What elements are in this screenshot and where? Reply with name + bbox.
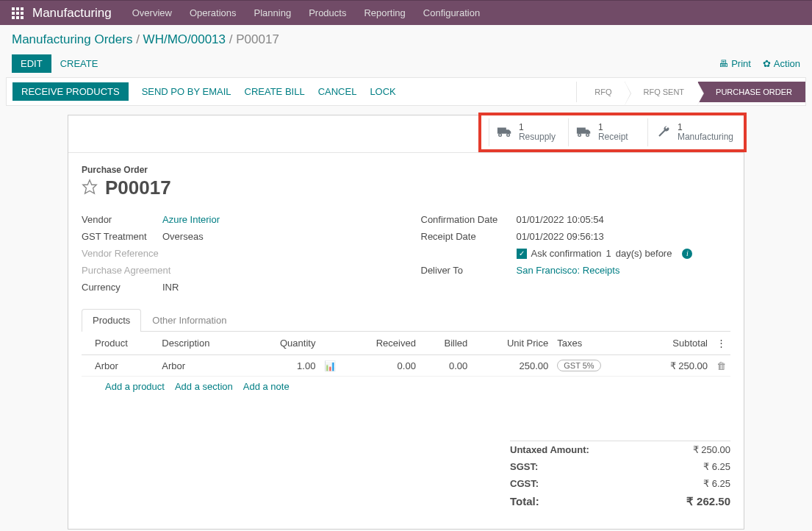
cell-qty: 1.00 bbox=[248, 355, 320, 377]
app-name[interactable]: Manufacturing bbox=[32, 6, 112, 21]
deliver-to-link[interactable]: San Francisco: Receipts bbox=[517, 265, 620, 276]
receive-products-button[interactable]: RECEIVE PRODUCTS bbox=[12, 82, 129, 101]
cell-product: Arbor bbox=[90, 355, 157, 377]
cgst-label: CGST: bbox=[510, 478, 539, 489]
info-icon[interactable]: i bbox=[682, 249, 692, 259]
create-button[interactable]: CREATE bbox=[51, 54, 107, 73]
svg-rect-8 bbox=[21, 16, 24, 19]
svg-point-10 bbox=[507, 133, 510, 136]
print-label: Print bbox=[731, 58, 751, 69]
nav-overview[interactable]: Overview bbox=[132, 7, 172, 18]
star-icon[interactable] bbox=[82, 179, 98, 197]
col-product: Product bbox=[90, 332, 157, 355]
col-billed: Billed bbox=[420, 332, 472, 355]
svg-point-11 bbox=[578, 133, 581, 136]
cgst-value: ₹ 6.25 bbox=[703, 478, 730, 489]
svg-rect-7 bbox=[16, 16, 19, 19]
send-po-button[interactable]: SEND PO BY EMAIL bbox=[142, 82, 231, 101]
deliver-to-label: Deliver To bbox=[421, 265, 517, 276]
nav-reporting[interactable]: Reporting bbox=[364, 7, 405, 18]
totals: Untaxed Amount:₹ 250.00 SGST:₹ 6.25 CGST… bbox=[510, 441, 730, 511]
confirmation-date-value: 01/01/2022 10:05:54 bbox=[517, 214, 604, 225]
breadcrumb-bar: Manufacturing Orders / WH/MO/00013 / P00… bbox=[0, 25, 812, 50]
action-bar: EDIT CREATE 🖶 Print ✿ Action bbox=[0, 50, 812, 77]
breadcrumb-parent[interactable]: WH/MO/00013 bbox=[143, 32, 226, 46]
truck-icon bbox=[576, 125, 592, 140]
col-taxes: Taxes bbox=[553, 332, 637, 355]
cell-subtotal: ₹ 250.00 bbox=[637, 355, 712, 377]
nav-operations[interactable]: Operations bbox=[190, 7, 237, 18]
nav-planning[interactable]: Planning bbox=[254, 7, 292, 18]
form-grid: VendorAzure Interior GST TreatmentOverse… bbox=[82, 211, 730, 296]
topbar: Manufacturing Overview Operations Planni… bbox=[0, 0, 812, 25]
col-unit-price: Unit Price bbox=[472, 332, 553, 355]
purchase-order-label: Purchase Order bbox=[82, 165, 730, 175]
forecast-icon[interactable]: 📊 bbox=[324, 360, 336, 371]
add-product-link[interactable]: Add a product bbox=[105, 381, 165, 392]
cell-description: Arbor bbox=[157, 355, 248, 377]
nav-products[interactable]: Products bbox=[309, 7, 346, 18]
stat-mfg-label: Manufacturing bbox=[678, 132, 733, 142]
gst-value: Overseas bbox=[162, 231, 204, 242]
stat-receipt-label: Receipt bbox=[598, 132, 628, 142]
print-icon: 🖶 bbox=[719, 58, 728, 69]
ask-confirmation-text: Ask confirmation bbox=[531, 248, 602, 259]
receipt-date-value: 01/01/2022 09:56:13 bbox=[517, 231, 604, 242]
add-note-link[interactable]: Add a note bbox=[243, 381, 290, 392]
status-row: RECEIVE PRODUCTS SEND PO BY EMAIL CREATE… bbox=[6, 77, 806, 106]
main-sheet: 1 Resupply 1 Receipt 1 Manufacturing bbox=[68, 115, 744, 530]
breadcrumb-sep: / bbox=[136, 32, 143, 46]
vendor-link[interactable]: Azure Interior bbox=[162, 214, 220, 225]
gear-icon: ✿ bbox=[763, 58, 771, 69]
breadcrumb-root[interactable]: Manufacturing Orders bbox=[12, 32, 132, 46]
svg-rect-6 bbox=[12, 16, 15, 19]
svg-rect-1 bbox=[16, 7, 19, 10]
delete-row-icon[interactable]: 🗑 bbox=[716, 360, 726, 371]
tab-other-information[interactable]: Other Information bbox=[141, 309, 237, 331]
title-row: P00017 bbox=[82, 177, 730, 199]
tax-pill[interactable]: GST 5% bbox=[557, 360, 600, 371]
create-bill-button[interactable]: CREATE BILL bbox=[245, 82, 305, 101]
svg-rect-3 bbox=[12, 12, 15, 15]
table-row[interactable]: Arbor Arbor 1.00 📊 0.00 0.00 250.00 GST … bbox=[82, 355, 730, 377]
svg-rect-4 bbox=[16, 12, 19, 15]
untaxed-label: Untaxed Amount: bbox=[510, 444, 589, 455]
print-button[interactable]: 🖶 Print bbox=[719, 58, 751, 69]
cell-received: 0.00 bbox=[342, 355, 420, 377]
products-table: Product Description Quantity Received Bi… bbox=[82, 332, 730, 377]
apps-icon[interactable] bbox=[12, 7, 24, 19]
step-rfq[interactable]: RFQ bbox=[576, 82, 625, 102]
form-col-left: VendorAzure Interior GST TreatmentOverse… bbox=[82, 211, 392, 296]
stat-buttons-highlighted: 1 Resupply 1 Receipt 1 Manufacturing bbox=[478, 113, 747, 152]
col-received: Received bbox=[342, 332, 420, 355]
total-value: ₹ 262.50 bbox=[686, 495, 730, 508]
col-description: Description bbox=[157, 332, 248, 355]
step-purchase-order[interactable]: PURCHASE ORDER bbox=[697, 82, 805, 102]
breadcrumb: Manufacturing Orders / WH/MO/00013 / P00… bbox=[12, 32, 800, 47]
currency-value: INR bbox=[162, 282, 179, 293]
nav-menu: Overview Operations Planning Products Re… bbox=[132, 7, 480, 18]
col-menu[interactable]: ⋮ bbox=[712, 332, 730, 355]
edit-button[interactable]: EDIT bbox=[12, 54, 51, 73]
receipt-date-label: Receipt Date bbox=[421, 231, 517, 242]
stat-resupply[interactable]: 1 Resupply bbox=[489, 118, 568, 146]
stat-receipt[interactable]: 1 Receipt bbox=[568, 118, 647, 146]
form-col-right: Confirmation Date01/01/2022 10:05:54 Rec… bbox=[421, 211, 731, 296]
tab-products[interactable]: Products bbox=[82, 309, 141, 332]
add-section-link[interactable]: Add a section bbox=[175, 381, 233, 392]
stat-resupply-label: Resupply bbox=[519, 132, 556, 142]
truck-icon bbox=[497, 125, 513, 140]
nav-configuration[interactable]: Configuration bbox=[423, 7, 480, 18]
stat-manufacturing[interactable]: 1 Manufacturing bbox=[647, 118, 744, 146]
action-button[interactable]: ✿ Action bbox=[763, 58, 800, 69]
ask-confirmation-checkbox[interactable] bbox=[517, 249, 527, 259]
col-quantity: Quantity bbox=[248, 332, 320, 355]
ask-confirmation-days: 1 bbox=[606, 248, 611, 259]
col-subtotal: Subtotal bbox=[637, 332, 712, 355]
lock-button[interactable]: LOCK bbox=[370, 82, 395, 101]
cancel-button[interactable]: CANCEL bbox=[318, 82, 357, 101]
confirmation-date-label: Confirmation Date bbox=[421, 214, 517, 225]
total-label: Total: bbox=[510, 495, 539, 508]
step-rfq-sent[interactable]: RFQ SENT bbox=[625, 82, 697, 102]
svg-point-9 bbox=[499, 133, 502, 136]
